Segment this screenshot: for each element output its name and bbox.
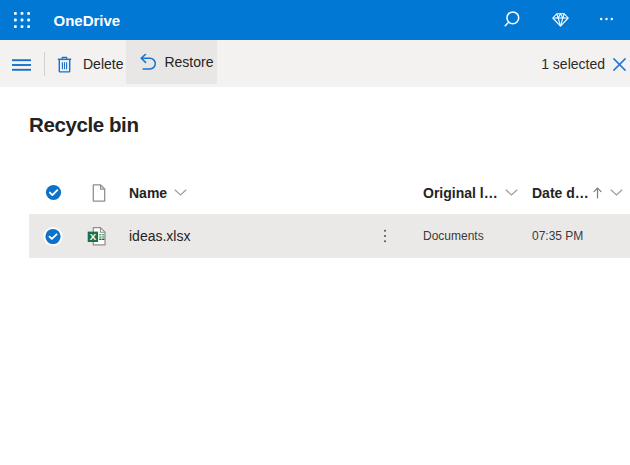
- select-all-checkbox[interactable]: [43, 171, 63, 214]
- app-title[interactable]: OneDrive: [54, 12, 121, 29]
- premium-diamond-icon: [552, 13, 569, 27]
- more-options-button[interactable]: [589, 0, 623, 40]
- original-location-cell: Documents: [423, 214, 484, 258]
- file-icon-cell: X: [88, 214, 107, 258]
- chevron-down-icon: [505, 189, 518, 196]
- column-header-date-deleted[interactable]: Date d…: [532, 171, 623, 214]
- suite-header: OneDrive: [0, 0, 630, 40]
- delete-button[interactable]: Delete: [57, 42, 123, 86]
- row-actions-button[interactable]: [377, 214, 393, 258]
- menu-button[interactable]: [5, 42, 37, 86]
- clear-selection-button[interactable]: [609, 42, 630, 86]
- delete-button-label: Delete: [83, 56, 123, 72]
- column-header-name-label: Name: [129, 185, 167, 201]
- column-header-date-deleted-label: Date d…: [532, 185, 589, 201]
- column-header-original-location[interactable]: Original l…: [423, 171, 518, 214]
- recycle-bin-list: Name Original l… Date d…: [29, 171, 630, 258]
- search-button[interactable]: [495, 0, 529, 40]
- hamburger-icon: [12, 59, 31, 71]
- document-icon: [92, 184, 106, 202]
- main-content: Recycle bin Name: [0, 87, 630, 465]
- selection-count: 1 selected: [541, 56, 605, 72]
- page-title: Recycle bin: [29, 113, 630, 137]
- date-deleted-value: 07:35 PM: [532, 229, 583, 243]
- file-name-cell[interactable]: ideas.xlsx: [129, 214, 190, 258]
- app-launcher-button[interactable]: [7, 5, 37, 35]
- toolbar-divider: [44, 52, 45, 76]
- column-header-original-location-label: Original l…: [423, 185, 498, 201]
- chevron-down-icon: [174, 189, 187, 196]
- restore-button[interactable]: Restore: [126, 40, 216, 84]
- premium-button[interactable]: [543, 0, 577, 40]
- app-launcher-icon: [14, 12, 30, 28]
- svg-text:X: X: [90, 231, 97, 242]
- check-circle-icon: [44, 183, 63, 202]
- command-bar: Delete Restore 1 selected: [0, 40, 630, 87]
- delete-trash-icon: [57, 54, 72, 73]
- table-row-ideas-xlsx[interactable]: X ideas.xlsx Documents 07:35 PM: [29, 214, 630, 258]
- date-deleted-cell: 07:35 PM: [532, 214, 583, 258]
- row-checkbox[interactable]: [43, 214, 63, 258]
- chevron-down-icon: [610, 189, 623, 196]
- original-location-value: Documents: [423, 229, 484, 243]
- search-icon: [503, 11, 521, 29]
- vertical-ellipsis-icon: [383, 229, 387, 243]
- file-type-column-header[interactable]: [88, 171, 107, 214]
- sort-ascending-icon: [593, 187, 602, 199]
- column-header-name[interactable]: Name: [129, 171, 187, 214]
- check-circle-icon: [43, 226, 63, 247]
- excel-file-icon: X: [87, 226, 107, 246]
- list-header-row: Name Original l… Date d…: [29, 171, 630, 214]
- file-name: ideas.xlsx: [129, 228, 190, 244]
- restore-button-label: Restore: [164, 54, 213, 70]
- close-x-icon: [613, 58, 626, 71]
- restore-arrow-icon: [139, 54, 157, 70]
- more-options-icon: [599, 17, 614, 21]
